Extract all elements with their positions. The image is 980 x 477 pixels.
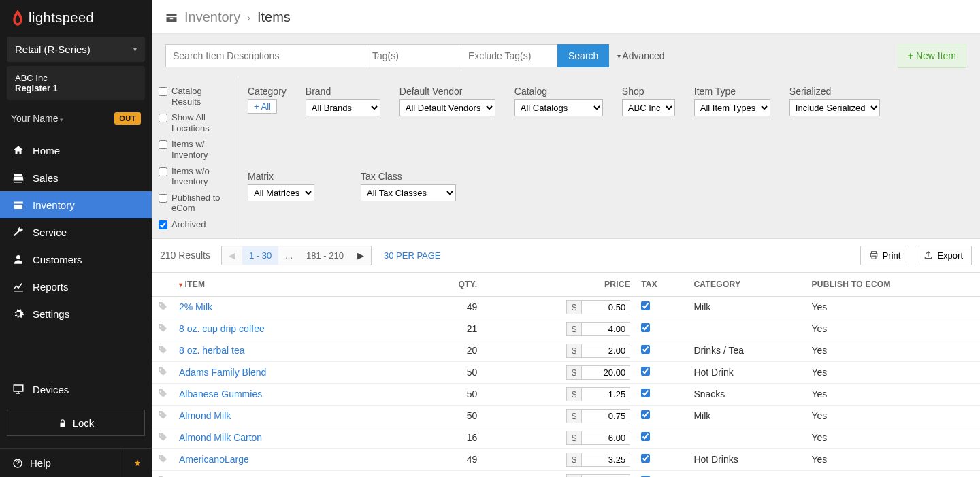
new-item-button[interactable]: New Item [898, 44, 966, 68]
pager-next[interactable]: ▶ [350, 246, 371, 265]
tag-icon[interactable] [152, 340, 174, 361]
breadcrumb-parent[interactable]: Inventory [184, 10, 240, 25]
exclude-tags-input[interactable] [461, 44, 557, 67]
table-wrap[interactable]: ITEM QTY. PRICE TAX CATEGORY PUBLISH TO … [152, 273, 980, 477]
category-all-button[interactable]: All [248, 99, 277, 114]
tax-checkbox[interactable] [641, 345, 650, 354]
filter-catalog-results[interactable]: Catalog Results [159, 83, 231, 110]
price-input[interactable]: $ [566, 409, 630, 423]
tax-checkbox[interactable] [641, 410, 650, 419]
tag-icon[interactable] [152, 448, 174, 470]
item-link[interactable]: AmericanoLarge [179, 454, 249, 465]
advanced-toggle[interactable]: Advanced [617, 50, 664, 61]
item-link[interactable]: Almond Milk [179, 410, 231, 421]
tag-icon[interactable] [152, 296, 174, 318]
table-row: Albanese Gummies50$SnacksYes [152, 383, 980, 405]
item-link[interactable]: Albanese Gummies [179, 389, 262, 399]
qty-cell: 49 [417, 296, 491, 318]
serialized-select[interactable]: Include Serialized [789, 99, 880, 116]
price-input[interactable]: $ [566, 344, 630, 358]
filter-items-with-inventory[interactable]: Items w/ Inventory [159, 136, 231, 163]
export-button[interactable]: Export [915, 246, 972, 265]
item-link[interactable]: Adams Family Blend [179, 367, 266, 378]
search-button[interactable]: Search [557, 44, 609, 67]
col-publish[interactable]: PUBLISH TO ECOM [806, 273, 981, 297]
vendor-select[interactable]: All Default Vendors [399, 99, 495, 116]
out-badge[interactable]: OUT [114, 112, 141, 125]
search-input[interactable] [165, 44, 365, 67]
pager-current[interactable]: 1 - 30 [242, 246, 278, 265]
tag-icon[interactable] [152, 427, 174, 448]
help-button[interactable]: Help [0, 449, 122, 477]
price-input[interactable]: $ [566, 474, 630, 477]
table-row: AmericanoSmall50$Hot DrinksYes [152, 470, 980, 477]
tag-icon[interactable] [152, 470, 174, 477]
category-cell: Milk [688, 405, 806, 427]
price-input[interactable]: $ [566, 431, 630, 445]
tax-checkbox[interactable] [641, 432, 650, 441]
brand-select[interactable]: All Brands [306, 99, 380, 116]
item-link[interactable]: 2% Milk [179, 301, 212, 312]
nav-customers[interactable]: Customers [0, 246, 152, 273]
pin-button[interactable] [122, 449, 152, 477]
col-tax[interactable]: TAX [636, 273, 688, 297]
filter-published-ecom[interactable]: Published to eCom [159, 190, 231, 216]
tag-icon[interactable] [152, 318, 174, 340]
tax-checkbox[interactable] [641, 323, 650, 332]
publish-cell: Yes [806, 383, 981, 405]
nav-reports[interactable]: Reports [0, 273, 152, 300]
price-input[interactable]: $ [566, 300, 630, 314]
nav-home[interactable]: Home [0, 137, 152, 164]
filter-show-all-locations[interactable]: Show All Locations [159, 110, 231, 136]
nav-inventory[interactable]: Inventory [0, 191, 152, 218]
matrix-select[interactable]: All Matrices [248, 184, 314, 201]
item-type-select[interactable]: All Item Types [694, 99, 770, 116]
tags-input[interactable] [365, 44, 461, 67]
catalog-select[interactable]: All Catalogs [514, 99, 603, 116]
table-row: Almond Milk50$MilkYes [152, 405, 980, 427]
filter-item-type: Item Type All Item Types [685, 83, 780, 148]
filter-shop: Shop ABC Inc [612, 83, 685, 148]
tax-checkbox[interactable] [641, 301, 650, 310]
qty-cell: 50 [417, 383, 491, 405]
print-button[interactable]: Print [860, 246, 910, 265]
filter-items-without-inventory[interactable]: Items w/o Inventory [159, 163, 231, 190]
per-page[interactable]: 30 PER PAGE [384, 250, 441, 261]
item-link[interactable]: 8 oz. cup drip coffee [179, 323, 265, 334]
series-selector[interactable]: Retail (R-Series) ▾ [7, 37, 145, 62]
shop-select[interactable]: ABC Inc [622, 99, 675, 116]
lock-button[interactable]: Lock [7, 410, 145, 436]
flame-icon [11, 10, 24, 26]
price-input[interactable]: $ [566, 453, 630, 467]
col-item[interactable]: ITEM [174, 273, 417, 297]
price-input[interactable]: $ [566, 365, 630, 380]
tax-class-select[interactable]: All Tax Classes [361, 184, 456, 201]
col-price[interactable]: PRICE [491, 273, 636, 297]
org-block[interactable]: ABC Inc Register 1 [7, 66, 145, 100]
pager-last[interactable]: 181 - 210 [299, 246, 350, 265]
col-qty[interactable]: QTY. [417, 273, 491, 297]
nav-sales[interactable]: Sales [0, 164, 152, 191]
filter-tax-class: Tax Class All Tax Classes [351, 168, 466, 233]
nav-label: Inventory [33, 199, 75, 211]
tax-checkbox[interactable] [641, 367, 650, 376]
nav-service[interactable]: Service [0, 218, 152, 246]
nav-devices[interactable]: Devices [0, 376, 152, 403]
publish-cell: Yes [806, 470, 981, 477]
tag-icon[interactable] [152, 405, 174, 427]
item-link[interactable]: 8 oz. herbal tea [179, 345, 245, 356]
drawer-icon [165, 13, 178, 22]
tax-checkbox[interactable] [641, 389, 650, 397]
tax-checkbox[interactable] [641, 454, 650, 463]
price-input[interactable]: $ [566, 387, 630, 401]
item-link[interactable]: Almond Milk Carton [179, 432, 262, 443]
pager-dots[interactable]: ... [278, 246, 299, 265]
user-menu[interactable]: Your Name [11, 113, 63, 124]
col-category[interactable]: CATEGORY [688, 273, 806, 297]
price-input[interactable]: $ [566, 322, 630, 336]
filter-archived[interactable]: Archived [159, 216, 231, 233]
nav-settings[interactable]: Settings [0, 300, 152, 327]
tag-icon[interactable] [152, 383, 174, 405]
tag-icon[interactable] [152, 361, 174, 383]
pager-prev[interactable]: ◀ [222, 246, 242, 265]
